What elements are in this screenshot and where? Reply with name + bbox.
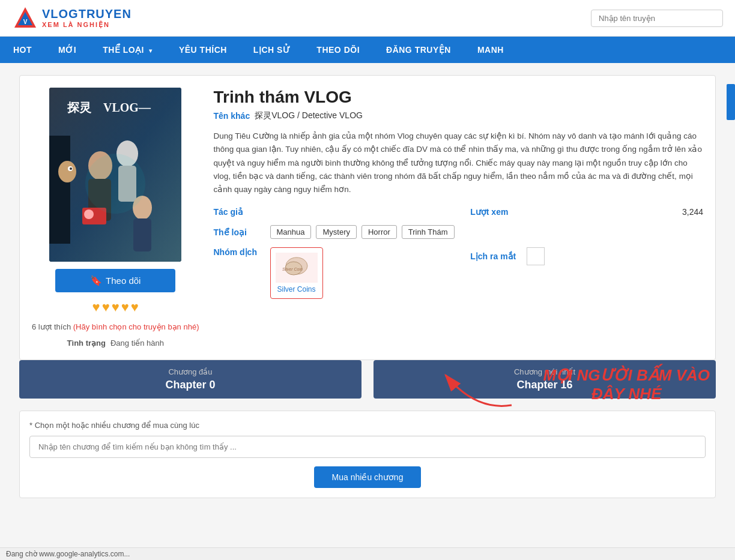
bookmark-icon: 🔖 xyxy=(90,275,102,286)
svg-rect-16 xyxy=(49,136,70,244)
chapter-search-input[interactable] xyxy=(29,436,706,458)
nav-dang-truyen[interactable]: ĐĂNG TRUYỆN xyxy=(373,37,464,63)
star-rating[interactable]: ♥ ♥ ♥ ♥ ♥ xyxy=(92,300,139,315)
svg-rect-12 xyxy=(133,218,151,251)
first-chapter-button[interactable]: Chương đầu Chapter 0 xyxy=(19,360,361,399)
schedule-section: Lịch ra mắt xyxy=(470,247,703,265)
cover-column: 探灵 VLOG— xyxy=(32,88,199,348)
main-nav: HOT MỚI THỂ LOẠI ▾ YÊU THÍCH LỊCH SỬ THE… xyxy=(0,37,735,63)
star-3[interactable]: ♥ xyxy=(112,300,119,315)
svg-text:Silver Coin: Silver Coin xyxy=(282,267,303,271)
group-schedule-row: Nhóm dịch Silver Coin Silver Coins xyxy=(214,247,704,299)
nav-moi[interactable]: MỚI xyxy=(45,37,89,63)
buy-button[interactable]: Mua nhiều chương xyxy=(314,466,422,488)
group-section: Nhóm dịch Silver Coin Silver Coins xyxy=(214,247,447,299)
search-input[interactable] xyxy=(591,10,723,27)
svg-text:VLOG—: VLOG— xyxy=(103,101,151,114)
manga-card: 探灵 VLOG— xyxy=(19,75,716,360)
logo-icon: V xyxy=(12,5,38,31)
alt-name-row: Tên khác 探灵VLOG / Detective VLOG xyxy=(214,110,704,121)
header: V VLOGTRUYEN XEM LÀ NGHIỆN xyxy=(0,0,735,37)
genre-row: Thể loại Manhua Mystery Horror Trinh Thá… xyxy=(214,225,704,239)
nav-yeu-thich[interactable]: YÊU THÍCH xyxy=(166,37,240,63)
manga-info: Trinh thám VLOG Tên khác 探灵VLOG / Detect… xyxy=(214,88,704,348)
tag-trinh-tham[interactable]: Trinh Thám xyxy=(402,225,455,239)
logo-main-text: VLOGTRUYEN xyxy=(42,7,132,21)
svg-text:探灵: 探灵 xyxy=(67,101,92,114)
star-2[interactable]: ♥ xyxy=(102,300,110,315)
chevron-down-icon: ▾ xyxy=(149,47,153,54)
views-section: Lượt xem 3,244 xyxy=(470,207,703,217)
tag-manhua[interactable]: Manhua xyxy=(270,225,312,239)
schedule-box xyxy=(527,247,545,265)
manga-cover: 探灵 VLOG— xyxy=(49,88,181,262)
svg-point-15 xyxy=(85,154,145,214)
manga-title: Trinh thám VLOG xyxy=(214,88,704,107)
follow-button[interactable]: 🔖 Theo dõi xyxy=(55,269,175,292)
logo-text: VLOGTRUYEN XEM LÀ NGHIỆN xyxy=(42,7,132,29)
nav-the-loai[interactable]: THỂ LOẠI ▾ xyxy=(89,37,166,63)
tag-horror[interactable]: Horror xyxy=(361,225,397,239)
main-content: 探灵 VLOG— xyxy=(7,75,728,498)
manga-description: Dung Tiêu Cường là nhiếp ảnh gia của một… xyxy=(214,130,704,196)
nav-lich-su[interactable]: LỊCH SỬ xyxy=(240,37,304,63)
star-1[interactable]: ♥ xyxy=(92,300,100,315)
silver-coins-logo: Silver Coin xyxy=(276,253,318,283)
annotation-area: Chương đầu Chapter 0 Chương mới nhất Cha… xyxy=(19,360,716,498)
nav-manh[interactable]: MANH xyxy=(464,37,517,63)
star-5[interactable]: ♥ xyxy=(131,300,139,315)
annotation-text: MỌI NGƯỜI BẤM VÀO ĐÂY NHÉ xyxy=(543,366,710,403)
buy-section: * Chọn một hoặc nhiều chương để mua cùng… xyxy=(19,411,716,498)
logo-sub-text: XEM LÀ NGHIỆN xyxy=(42,21,132,29)
cover-image: 探灵 VLOG— xyxy=(49,88,181,262)
rating-link[interactable]: (Hãy bình chọn cho truyện bạn nhé) xyxy=(73,322,199,331)
svg-point-17 xyxy=(58,161,76,182)
annotation-arrow xyxy=(428,357,524,429)
scrollbar-indicator[interactable] xyxy=(727,84,735,120)
genre-tags: Manhua Mystery Horror Trinh Thám xyxy=(270,225,455,239)
buy-hint: * Chọn một hoặc nhiều chương để mua cùng… xyxy=(29,421,706,430)
tag-mystery[interactable]: Mystery xyxy=(316,225,357,239)
group-box[interactable]: Silver Coin Silver Coins xyxy=(270,247,323,299)
nav-hot[interactable]: HOT xyxy=(0,37,45,63)
logo[interactable]: V VLOGTRUYEN XEM LÀ NGHIỆN xyxy=(12,5,132,31)
status-row: Tình trạng Đang tiến hành xyxy=(67,339,164,348)
author-section: Tác giả xyxy=(214,207,447,217)
svg-text:V: V xyxy=(23,19,28,25)
svg-point-19 xyxy=(70,167,72,170)
rating-info: 6 lượt thích (Hãy bình chọn cho truyện b… xyxy=(32,322,199,331)
star-4[interactable]: ♥ xyxy=(121,300,129,315)
group-image: Silver Coin xyxy=(276,253,318,283)
nav-theo-doi[interactable]: THEO DÕI xyxy=(303,37,373,63)
svg-rect-14 xyxy=(84,209,94,219)
